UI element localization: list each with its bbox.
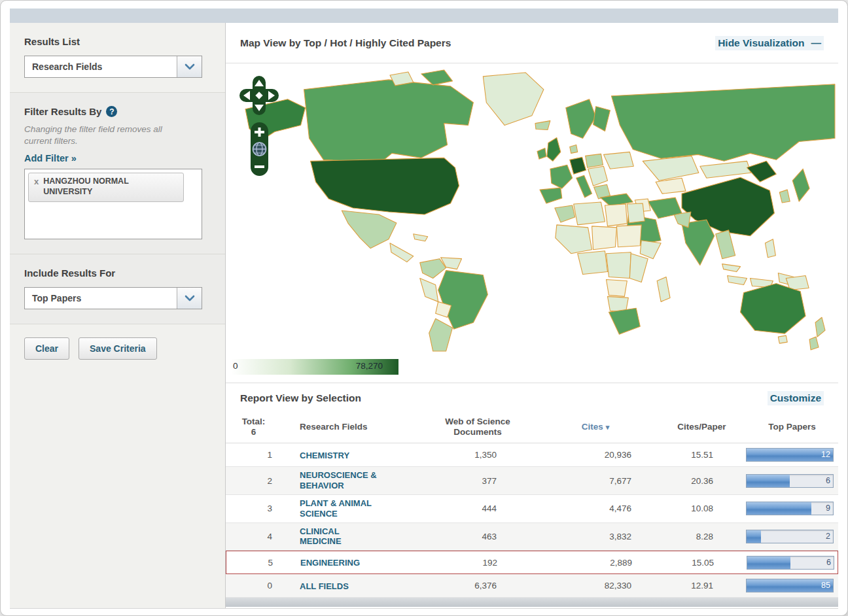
table-row: 1 CHEMISTRY 1,350 20,936 15.51 12 [226,443,838,467]
filter-sidebar: Results List Research Fields Filter Resu… [10,23,226,608]
map-zoom-control[interactable] [251,122,268,176]
row-cites-per-paper: 12.91 [658,581,746,590]
row-cites: 2,889 [534,558,658,568]
column-cites-sort[interactable]: Cites ▾ [533,422,658,432]
row-rank: 5 [226,558,282,568]
top-papers-bar-fill [747,449,833,461]
top-papers-bar-fill [747,530,761,543]
map-south-america [420,258,488,351]
column-cites-per-paper: Cites/Paper [658,422,746,432]
row-top-papers-cell: 2 [746,530,838,543]
row-wos-documents: 6,376 [422,581,533,590]
row-top-papers-cell: 6 [746,474,838,488]
clear-button[interactable]: Clear [24,337,69,360]
research-field-link[interactable]: ENGINEERING [300,558,360,568]
chevron-down-icon [177,288,202,309]
top-papers-value: 12 [821,450,830,459]
row-rank: 4 [226,532,281,541]
row-cites: 3,832 [533,532,658,541]
top-papers-bar: 12 [746,448,834,462]
row-field-cell: CHEMISTRY [281,449,422,461]
top-papers-value: 6 [826,558,831,567]
table-row: 4 CLINICAL MEDICINE 463 3,832 8.28 2 [226,523,838,551]
customize-link[interactable]: Customize [768,391,824,405]
row-rank: 3 [226,504,281,513]
research-field-link[interactable]: CLINICAL MEDICINE [300,526,380,547]
main-panel: Map View by Top / Hot / Highly Cited Pap… [226,23,838,608]
table-row: 2 NEUROSCIENCE & BEHAVIOR 377 7,677 20.3… [226,467,838,495]
globe-reset-icon [253,143,266,156]
row-cites-per-paper: 15.05 [658,558,747,568]
research-field-link[interactable]: NEUROSCIENCE & BEHAVIOR [300,470,380,490]
table-row: 0 ALL FIELDS 6,376 82,330 12.91 85 [226,574,838,598]
row-wos-documents: 463 [422,532,533,541]
include-results-value: Top Papers [25,288,177,309]
top-papers-bar: 6 [747,556,834,570]
row-rank: 2 [226,476,281,486]
include-results-label: Include Results For [24,267,211,279]
bottom-scroll-area [226,598,838,607]
row-cites: 4,476 [533,504,658,513]
map-north-america [245,70,544,262]
active-filters-box: x HANGZHOU NORMAL UNIVERSITY [24,169,202,239]
screenshot-frame: Results List Research Fields Filter Resu… [0,0,848,616]
map-view-title: Map View by Top / Hot / Highly Cited Pap… [240,37,451,49]
world-map-view[interactable] [226,63,838,356]
top-papers-bar-fill [747,502,811,515]
row-field-cell: PLANT & ANIMAL SCIENCE [281,498,422,519]
row-cites-per-paper: 20.36 [658,476,746,486]
row-cites: 82,330 [533,581,658,590]
table-row: 5 ENGINEERING 192 2,889 15.05 6 [226,551,838,574]
report-view-title: Report View by Selection [240,392,361,404]
top-papers-bar: 6 [746,474,834,488]
row-top-papers-cell: 9 [746,502,838,515]
row-cites: 7,677 [533,476,658,486]
remove-filter-icon[interactable]: x [34,177,39,197]
row-field-cell: NEUROSCIENCE & BEHAVIOR [281,470,422,491]
research-field-link[interactable]: PLANT & ANIMAL SCIENCE [300,498,380,519]
legend-min-value: 0 [233,361,238,371]
save-criteria-button[interactable]: Save Criteria [79,337,157,360]
research-field-link[interactable]: ALL FIELDS [300,581,349,592]
report-table-header: Total: 6 Research Fields Web of Science … [226,413,838,443]
help-icon[interactable]: ? [106,106,117,117]
table-row: 3 PLANT & ANIMAL SCIENCE 444 4,476 10.08… [226,495,838,523]
top-papers-bar: 2 [746,530,834,543]
hide-visualization-label: Hide Visualization [718,37,804,49]
add-filter-link[interactable]: Add Filter » [24,153,77,163]
chevron-down-icon [177,56,202,77]
legend-max-value: 78,270 [356,361,383,371]
top-papers-value: 85 [821,581,830,590]
top-papers-bar: 9 [746,502,834,515]
report-table-body: 1 CHEMISTRY 1,350 20,936 15.51 12 2 NEUR… [226,443,838,598]
row-wos-documents: 444 [422,504,533,513]
include-results-select[interactable]: Top Papers [24,287,202,309]
row-cites-per-paper: 10.08 [658,504,746,513]
row-cites-per-paper: 15.51 [658,450,746,460]
filter-chip-label: HANGZHOU NORMAL UNIVERSITY [43,177,178,197]
filter-note: Changing the filter field removes all cu… [24,124,175,147]
row-rank: 0 [226,581,281,590]
column-research-fields: Research Fields [281,422,422,432]
total-count-header: Total: 6 [226,417,281,437]
map-oceania [741,283,825,350]
filter-chip-hangzhou[interactable]: x HANGZHOU NORMAL UNIVERSITY [28,173,184,201]
results-list-select[interactable]: Research Fields [24,56,202,78]
row-cites-per-paper: 8.28 [658,532,746,541]
map-pan-control[interactable] [239,76,279,115]
top-papers-bar: 85 [746,579,834,592]
column-wos-documents: Web of Science Documents [422,417,533,437]
hide-visualization-link[interactable]: Hide Visualization — [715,36,824,50]
research-field-link[interactable]: CHEMISTRY [300,451,349,461]
filter-results-heading: Filter Results By [24,106,101,117]
row-rank: 1 [226,450,281,460]
top-papers-value: 9 [826,504,830,513]
results-list-label: Results List [24,36,211,47]
results-list-value: Research Fields [25,56,177,77]
world-choropleth-map[interactable] [226,63,838,356]
row-wos-documents: 192 [423,558,534,568]
row-field-cell: CLINICAL MEDICINE [281,526,422,547]
row-top-papers-cell: 6 [747,556,838,570]
row-field-cell: ALL FIELDS [281,580,422,592]
row-cites: 20,936 [533,450,658,460]
